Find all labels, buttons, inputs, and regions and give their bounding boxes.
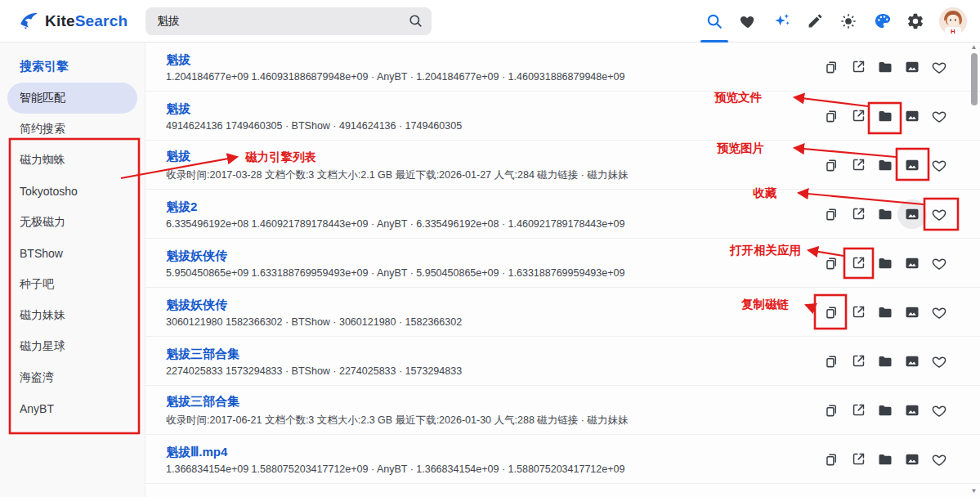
image-preview-icon[interactable] bbox=[904, 157, 920, 173]
image-preview-icon[interactable] bbox=[904, 108, 920, 124]
result-title-link[interactable]: 魁拔三部合集 bbox=[166, 347, 823, 362]
copy-magnet-icon[interactable] bbox=[823, 157, 839, 173]
sidebar-item-label: 种子吧 bbox=[20, 277, 54, 292]
image-preview-icon[interactable] bbox=[904, 402, 920, 419]
folder-preview-icon[interactable] bbox=[877, 108, 893, 124]
copy-magnet-icon[interactable] bbox=[823, 402, 839, 419]
header: KiteSearch bbox=[0, 0, 980, 43]
sidebar-item[interactable]: 磁力妹妹 bbox=[0, 300, 145, 331]
result-text: 魁拔2 6.335496192e+08 1.460921789178443e+0… bbox=[166, 198, 823, 231]
result-title-link[interactable]: 魁拔 bbox=[166, 52, 823, 68]
result-title-link[interactable]: 魁拔妖侠传 bbox=[166, 298, 823, 313]
result-title-link[interactable]: 魁拔Ⅲ.mp4 bbox=[166, 445, 823, 460]
result-row: 魁拔Ⅲ.mp4 1.366834154e+09 1.58807520341771… bbox=[145, 435, 980, 484]
sidebar-item[interactable]: Tokyotosho bbox=[0, 176, 145, 207]
app-logo[interactable]: KiteSearch bbox=[0, 11, 145, 32]
result-text: 魁拔妖侠传 5.950450865e+09 1.633188769959493e… bbox=[166, 247, 823, 280]
result-title-link[interactable]: 魁拔 bbox=[166, 101, 823, 117]
result-title-link[interactable]: 魁拔 bbox=[166, 149, 823, 164]
open-external-icon[interactable] bbox=[850, 59, 866, 75]
theme-palette-icon[interactable] bbox=[872, 11, 892, 31]
app-title: KiteSearch bbox=[45, 12, 128, 30]
sidebar-item[interactable]: 简约搜索 bbox=[0, 114, 145, 145]
sidebar-item[interactable]: 磁力星球 bbox=[0, 331, 145, 362]
scroll-up-icon[interactable]: ▲ bbox=[969, 43, 979, 51]
sidebar-item[interactable]: 种子吧 bbox=[0, 269, 145, 300]
copy-magnet-icon[interactable] bbox=[823, 353, 839, 369]
open-external-icon[interactable] bbox=[850, 451, 866, 468]
sidebar-item[interactable]: AnyBT bbox=[0, 393, 145, 424]
image-preview-icon[interactable] bbox=[904, 206, 920, 222]
scroll-down-icon[interactable]: ▼ bbox=[969, 487, 979, 495]
favorite-heart-icon[interactable] bbox=[931, 157, 947, 173]
sidebar-item[interactable]: 智能匹配 bbox=[7, 83, 137, 114]
search-input[interactable] bbox=[157, 15, 408, 28]
favorite-heart-icon[interactable] bbox=[931, 402, 947, 419]
search-box[interactable] bbox=[145, 7, 432, 35]
result-text: 魁拔 1.204184677e+09 1.460931886879948e+09… bbox=[166, 51, 823, 83]
edit-pencil-icon[interactable] bbox=[805, 11, 825, 31]
image-preview-icon[interactable] bbox=[904, 353, 920, 369]
result-actions bbox=[823, 353, 947, 369]
image-preview-icon[interactable] bbox=[904, 255, 920, 271]
folder-preview-icon[interactable] bbox=[877, 304, 893, 320]
folder-preview-icon[interactable] bbox=[877, 353, 893, 369]
result-text: 魁拔三部合集 收录时间:2017-06-21 文档个数:3 文档大小:2.3 G… bbox=[166, 392, 823, 428]
folder-preview-icon[interactable] bbox=[877, 402, 893, 419]
avatar[interactable]: H bbox=[939, 7, 967, 35]
result-actions bbox=[823, 451, 947, 468]
sidebar-item-label: Tokyotosho bbox=[20, 185, 78, 198]
open-external-icon[interactable] bbox=[850, 304, 866, 320]
sidebar-item-label: 无极磁力 bbox=[20, 215, 65, 230]
folder-preview-icon[interactable] bbox=[877, 451, 893, 468]
copy-magnet-icon[interactable] bbox=[823, 304, 839, 320]
favorite-heart-icon[interactable] bbox=[931, 353, 947, 369]
copy-magnet-icon[interactable] bbox=[823, 59, 839, 75]
result-text: 魁拔三部合集 2274025833 1573294833 · BTShow · … bbox=[166, 345, 823, 378]
scrollbar[interactable]: ▲ ▼ bbox=[969, 43, 979, 497]
copy-magnet-icon[interactable] bbox=[823, 108, 839, 124]
result-row: 魁拔之十万火急 bbox=[145, 484, 980, 497]
favorite-heart-icon[interactable] bbox=[931, 59, 947, 75]
sidebar-item[interactable]: 磁力蜘蛛 bbox=[0, 145, 145, 176]
copy-magnet-icon[interactable] bbox=[823, 451, 839, 468]
sidebar-item[interactable]: 海盗湾 bbox=[0, 362, 145, 393]
favorites-heart-icon[interactable] bbox=[738, 11, 758, 31]
copy-magnet-icon[interactable] bbox=[823, 255, 839, 271]
copy-magnet-icon[interactable] bbox=[823, 206, 839, 222]
favorite-heart-icon[interactable] bbox=[931, 108, 947, 124]
search-icon[interactable] bbox=[408, 13, 423, 29]
open-external-icon[interactable] bbox=[850, 255, 866, 271]
folder-preview-icon[interactable] bbox=[877, 206, 893, 222]
result-title-link[interactable]: 魁拔三部合集 bbox=[166, 394, 823, 410]
open-external-icon[interactable] bbox=[850, 402, 866, 419]
favorite-heart-icon[interactable] bbox=[931, 255, 947, 271]
brightness-sun-icon[interactable] bbox=[839, 11, 858, 31]
open-external-icon[interactable] bbox=[850, 108, 866, 124]
result-title-link[interactable]: 魁拔妖侠传 bbox=[166, 248, 823, 264]
settings-gear-icon[interactable] bbox=[906, 11, 925, 31]
search-tab-icon[interactable] bbox=[705, 11, 724, 31]
open-external-icon[interactable] bbox=[850, 157, 866, 173]
favorite-heart-icon[interactable] bbox=[931, 206, 947, 222]
folder-preview-icon[interactable] bbox=[877, 157, 893, 173]
image-preview-icon[interactable] bbox=[904, 451, 920, 468]
image-preview-icon[interactable] bbox=[904, 304, 920, 320]
image-preview-icon[interactable] bbox=[904, 59, 920, 75]
favorite-heart-icon[interactable] bbox=[931, 304, 947, 320]
sidebar-item[interactable]: BTShow bbox=[0, 238, 145, 269]
favorite-heart-icon[interactable] bbox=[931, 451, 947, 468]
open-external-icon[interactable] bbox=[850, 206, 866, 222]
result-row: 魁拔三部合集 2274025833 1573294833 · BTShow · … bbox=[145, 337, 980, 386]
folder-preview-icon[interactable] bbox=[877, 59, 893, 75]
sidebar-item[interactable]: 无极磁力 bbox=[0, 207, 145, 238]
scrollbar-thumb[interactable] bbox=[971, 53, 978, 105]
folder-preview-icon[interactable] bbox=[877, 255, 893, 271]
result-actions bbox=[823, 108, 947, 124]
sidebar-item-label: 磁力蜘蛛 bbox=[20, 153, 65, 168]
ai-sparkles-icon[interactable] bbox=[772, 11, 791, 31]
result-meta: 1.366834154e+09 1.588075203417712e+09 · … bbox=[166, 463, 823, 475]
result-row: 魁拔2 6.335496192e+08 1.460921789178443e+0… bbox=[145, 190, 980, 239]
open-external-icon[interactable] bbox=[850, 353, 866, 369]
result-title-link[interactable]: 魁拔2 bbox=[166, 199, 823, 215]
